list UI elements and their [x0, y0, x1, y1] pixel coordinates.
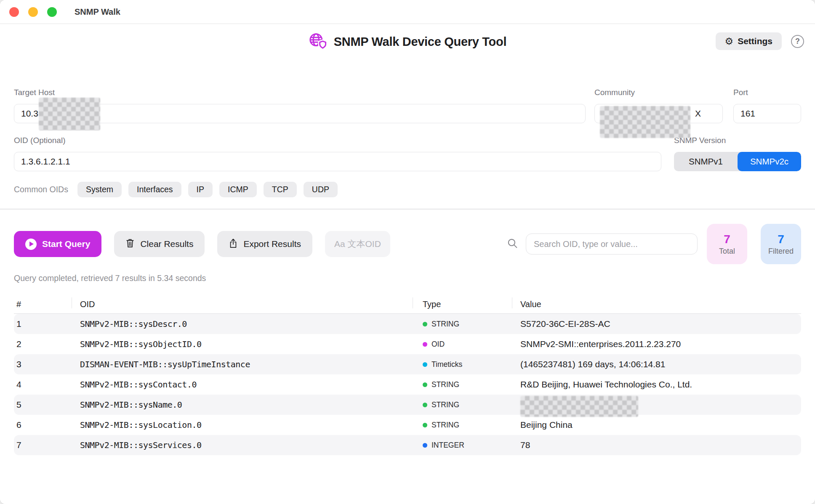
oid-input[interactable]: 1.3.6.1.2.1.1 [14, 152, 661, 171]
search-input[interactable] [526, 233, 698, 255]
common-oids-label: Common OIDs [14, 185, 68, 194]
row-index: 3 [14, 354, 72, 374]
column-header-type: Type [413, 295, 512, 313]
export-results-label: Export Results [243, 239, 301, 249]
total-label: Total [719, 247, 735, 256]
start-query-label: Start Query [42, 239, 90, 249]
common-oid-chip[interactable]: Interfaces [128, 182, 181, 197]
trash-icon [125, 238, 135, 250]
help-button[interactable]: ? [791, 35, 804, 48]
settings-button-label: Settings [738, 36, 772, 46]
table-row[interactable]: 5 SNMPv2-MIB::sysName.0 STRING [14, 395, 801, 415]
filtered-count: 7 [778, 233, 784, 246]
minimize-window-button[interactable] [28, 7, 38, 17]
row-index: 1 [14, 314, 72, 334]
row-index: 6 [14, 415, 72, 435]
type-dot [423, 382, 427, 387]
table-row[interactable]: 3 DISMAN-EVENT-MIB::sysUpTimeInstance Ti… [14, 354, 801, 374]
table-row[interactable]: 4 SNMPv2-MIB::sysContact.0 STRING R&D Be… [14, 374, 801, 395]
traffic-lights [9, 7, 57, 17]
community-label: Community [594, 87, 723, 98]
settings-button[interactable]: ⚙ Settings [716, 32, 782, 50]
query-form: Target Host 10.3 Community X Port 161 [0, 58, 815, 197]
results-table: # OID Type Value 1 SNMPv2-MIB::sysDescr.… [14, 295, 801, 475]
section-divider [0, 209, 815, 210]
type-dot [423, 362, 427, 367]
row-value: Beijing China [512, 415, 801, 435]
row-oid: DISMAN-EVENT-MIB::sysUpTimeInstance [72, 354, 413, 374]
question-mark-icon: ? [795, 37, 800, 46]
common-oid-chip[interactable]: IP [188, 182, 213, 197]
row-type: STRING [413, 314, 512, 334]
row-value [512, 395, 801, 415]
common-oid-chip[interactable]: ICMP [219, 182, 257, 197]
row-type: Timeticks [413, 354, 512, 374]
value-text: (1465237481) 169 days, 14:06:14.81 [520, 359, 665, 369]
value-text: 78 [520, 440, 530, 450]
row-value: (1465237481) 169 days, 14:06:14.81 [512, 354, 801, 374]
table-body: 1 SNMPv2-MIB::sysDescr.0 STRING S5720-36… [14, 314, 801, 475]
play-icon [25, 239, 37, 250]
port-value: 161 [740, 109, 755, 119]
row-index: 4 [14, 374, 72, 395]
clear-results-button[interactable]: Clear Results [114, 231, 205, 257]
row-oid: SNMPv2-MIB::sysObjectID.0 [72, 334, 413, 354]
share-icon [229, 238, 238, 250]
value-text: R&D Beijing, Huawei Technologies Co., Lt… [520, 379, 692, 390]
table-row[interactable]: 1 SNMPv2-MIB::sysDescr.0 STRING S5720-36… [14, 314, 801, 334]
community-value-suffix: X [695, 109, 701, 119]
snmp-version-label: SNMP Version [674, 135, 801, 146]
row-type: INTEGER [413, 435, 512, 455]
table-row[interactable]: 7 SNMPv2-MIB::sysServices.0 INTEGER 78 [14, 435, 801, 455]
type-dot [423, 443, 427, 448]
row-type: OID [413, 334, 512, 354]
titlebar: SNMP Walk [0, 0, 815, 24]
row-type: STRING [413, 415, 512, 435]
total-count: 7 [724, 233, 730, 246]
snmp-version-option-v2c[interactable]: SNMPv2c [738, 152, 801, 171]
snmp-version-option-v1[interactable]: SNMPv1 [674, 152, 738, 171]
text-oid-toggle[interactable]: Aa 文本OID [325, 231, 390, 257]
clear-results-label: Clear Results [140, 239, 193, 249]
value-text: SNMPv2-SMI::enterprises.2011.2.23.270 [520, 339, 681, 349]
oid-value: 1.3.6.1.2.1.1 [21, 157, 70, 167]
type-dot [423, 322, 427, 326]
community-input[interactable]: X [594, 104, 723, 123]
app-header: SNMP Walk Device Query Tool ⚙ Settings ? [0, 24, 815, 58]
type-dot [423, 342, 427, 347]
common-oid-chip[interactable]: System [77, 182, 122, 197]
row-oid: SNMPv2-MIB::sysDescr.0 [72, 314, 413, 334]
port-label: Port [733, 87, 801, 98]
target-host-redaction [39, 98, 100, 130]
row-value: R&D Beijing, Huawei Technologies Co., Lt… [512, 374, 801, 395]
close-window-button[interactable] [9, 7, 19, 17]
oid-label: OID (Optional) [14, 135, 661, 146]
value-text: S5720-36C-EI-28S-AC [520, 319, 610, 329]
row-value: SNMPv2-SMI::enterprises.2011.2.23.270 [512, 334, 801, 354]
page-title: SNMP Walk Device Query Tool [334, 35, 506, 49]
common-oid-chip[interactable]: TCP [264, 182, 297, 197]
zoom-window-button[interactable] [47, 7, 57, 17]
row-index: 2 [14, 334, 72, 354]
port-input[interactable]: 161 [733, 104, 801, 123]
type-dot [423, 403, 427, 407]
redacted-value [520, 396, 638, 417]
row-oid: SNMPv2-MIB::sysContact.0 [72, 374, 413, 395]
target-host-input[interactable]: 10.3 [14, 104, 586, 123]
snmp-version-segmented-control: SNMPv1 SNMPv2c [674, 152, 801, 171]
table-row[interactable]: 6 SNMPv2-MIB::sysLocation.0 STRING Beiji… [14, 415, 801, 435]
row-type: STRING [413, 395, 512, 415]
table-header: # OID Type Value [14, 295, 801, 314]
table-row[interactable]: 2 SNMPv2-MIB::sysObjectID.0 OID SNMPv2-S… [14, 334, 801, 354]
start-query-button[interactable]: Start Query [14, 231, 101, 257]
export-results-button[interactable]: Export Results [217, 231, 312, 257]
search-icon [507, 238, 518, 251]
common-oid-chip[interactable]: UDP [304, 182, 338, 197]
gear-icon: ⚙ [725, 37, 734, 46]
community-redaction [600, 106, 690, 138]
type-dot [423, 423, 427, 427]
globe-shield-icon [309, 32, 327, 51]
column-header-oid: OID [72, 295, 413, 313]
row-type: STRING [413, 374, 512, 395]
row-oid: SNMPv2-MIB::sysServices.0 [72, 435, 413, 455]
